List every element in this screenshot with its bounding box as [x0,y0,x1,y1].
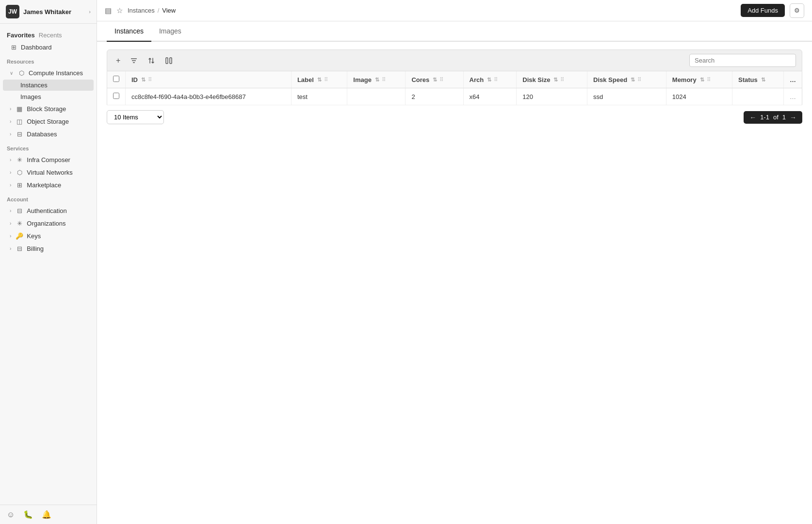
sidebar-nav: Favorites Recents ⊞ Dashboard Resources … [0,24,97,505]
sidebar-recents-label[interactable]: Recents [39,32,62,39]
sidebar-item-databases[interactable]: › ⊟ Databases [3,128,94,140]
col-header-image: Image ⇅ ⠿ [347,71,406,88]
pagination-of: of [773,114,779,121]
search-input[interactable] [689,54,796,67]
sidebar: JW James Whitaker › Favorites Recents ⊞ … [0,0,97,524]
infra-composer-label: Infra Composer [27,156,70,164]
sidebar-item-authentication[interactable]: › ⊟ Authentication [3,205,94,217]
table-toolbar: + [107,49,802,71]
sidebar-header[interactable]: JW James Whitaker › [0,0,97,24]
drag-label-icon[interactable]: ⠿ [324,77,328,83]
expand-arrow-billing-icon: › [10,246,11,251]
sidebar-item-images[interactable]: Images [3,91,94,102]
row-memory: 1024 [666,88,732,105]
sidebar-item-keys[interactable]: › 🔑 Keys [3,230,94,242]
table-row: cc8c8fe4-f690-4a4a-b0b3-e4e6fbe68687 tes… [107,88,802,105]
help-icon[interactable]: ☺ [7,510,15,519]
topbar: ▤ ☆ Instances / View Add Funds ⚙ [97,0,812,21]
sort-disk-speed-icon[interactable]: ⇅ [631,77,635,83]
drag-cores-icon[interactable]: ⠿ [439,77,443,83]
sort-status-icon[interactable]: ⇅ [761,77,765,83]
organizations-label: Organizations [27,220,65,227]
compute-instances-label: Compute Instances [29,69,83,77]
drag-disk-speed-icon[interactable]: ⠿ [637,77,641,83]
drag-image-icon[interactable]: ⠿ [382,77,386,83]
items-per-page-select[interactable]: 10 Items25 Items50 Items100 Items [107,110,164,124]
sidebar-item-infra-composer[interactable]: › ✳ Infra Composer [3,154,94,166]
expand-arrow-market-icon: › [10,182,11,188]
compute-icon: ⬡ [17,69,25,77]
sort-arch-icon[interactable]: ⇅ [487,77,491,83]
row-status [732,88,784,105]
sort-memory-icon[interactable]: ⇅ [700,77,704,83]
row-disk-size: 120 [517,88,587,105]
pagination-total: 1 [782,114,786,121]
billing-label: Billing [27,245,44,252]
sort-image-icon[interactable]: ⇅ [375,77,379,83]
add-button[interactable]: + [113,55,123,66]
notifications-icon[interactable]: 🔔 [42,510,51,519]
authentication-label: Authentication [27,207,66,214]
drag-id-icon[interactable]: ⠿ [148,77,152,83]
sidebar-item-compute-instances[interactable]: ∨ ⬡ Compute Instances [3,67,94,79]
next-page-button[interactable]: → [790,114,796,121]
breadcrumb-instances-link[interactable]: Instances [128,7,155,14]
table-footer: 10 Items25 Items50 Items100 Items ← 1-1 … [107,105,802,129]
col-header-disk-speed: Disk Speed ⇅ ⠿ [587,71,666,88]
account-section-label: Account [0,192,97,204]
sidebar-item-virtual-networks[interactable]: › ⬡ Virtual Networks [3,166,94,179]
sort-id-icon[interactable]: ⇅ [141,77,146,83]
sort-button[interactable] [145,55,158,66]
dashboard-icon: ⊞ [10,44,17,51]
drag-arch-icon[interactable]: ⠿ [494,77,498,83]
breadcrumb-view-label: View [162,7,176,14]
services-section-label: Services [0,141,97,153]
object-storage-icon: ◫ [16,118,23,125]
sort-cores-icon[interactable]: ⇅ [433,77,437,83]
content-area: Instances Images + [97,21,812,524]
sidebar-item-instances[interactable]: Instances [3,80,94,91]
row-select-checkbox[interactable] [113,93,119,99]
columns-button[interactable] [162,55,176,66]
svg-rect-4 [170,58,172,64]
row-more[interactable]: … [784,88,802,105]
sidebar-item-billing[interactable]: › ⊟ Billing [3,243,94,255]
sidebar-item-marketplace[interactable]: › ⊞ Marketplace [3,179,94,191]
table-header-checkbox [107,71,126,88]
sidebar-favorites-label[interactable]: Favorites [7,32,35,39]
breadcrumb-separator: / [158,7,160,14]
images-label: Images [20,93,41,100]
sidebar-item-dashboard[interactable]: ⊞ Dashboard [3,41,94,53]
more-options-icon[interactable]: … [790,76,796,83]
tab-instances[interactable]: Instances [107,21,151,42]
sidebar-item-block-storage[interactable]: › ▦ Block Storage [3,103,94,115]
sidebar-toggle-icon[interactable]: ▤ [105,6,112,15]
tab-images[interactable]: Images [151,21,189,42]
bug-icon[interactable]: 🐛 [23,510,33,519]
filter-button[interactable] [127,55,141,66]
add-funds-button[interactable]: Add Funds [741,4,785,17]
prev-page-button[interactable]: ← [749,114,756,121]
sort-label-icon[interactable]: ⇅ [317,77,322,83]
select-all-checkbox[interactable] [113,76,119,82]
sort-disk-size-icon[interactable]: ⇅ [553,77,558,83]
settings-icon[interactable]: ⚙ [790,3,804,18]
virtual-networks-label: Virtual Networks [27,169,72,176]
main-panel: ▤ ☆ Instances / View Add Funds ⚙ Instanc… [97,0,812,524]
tabs-bar: Instances Images [97,21,812,42]
sidebar-item-dashboard-label: Dashboard [21,44,52,51]
row-cores: 2 [406,88,463,105]
chevron-right-icon: › [89,9,91,15]
row-disk-speed: ssd [587,88,666,105]
sidebar-item-organizations[interactable]: › ✳ Organizations [3,217,94,229]
favorite-star-icon[interactable]: ☆ [116,6,123,15]
drag-memory-icon[interactable]: ⠿ [707,77,711,83]
expand-arrow-auth-icon: › [10,208,11,213]
col-header-label: Label ⇅ ⠿ [291,71,347,88]
expand-arrow-db-icon: › [10,131,11,137]
row-checkbox-cell [107,88,126,105]
expand-arrow-block-icon: › [10,106,11,112]
sidebar-item-object-storage[interactable]: › ◫ Object Storage [3,115,94,128]
expand-arrow-object-icon: › [10,119,11,124]
drag-disk-size-icon[interactable]: ⠿ [560,77,564,83]
